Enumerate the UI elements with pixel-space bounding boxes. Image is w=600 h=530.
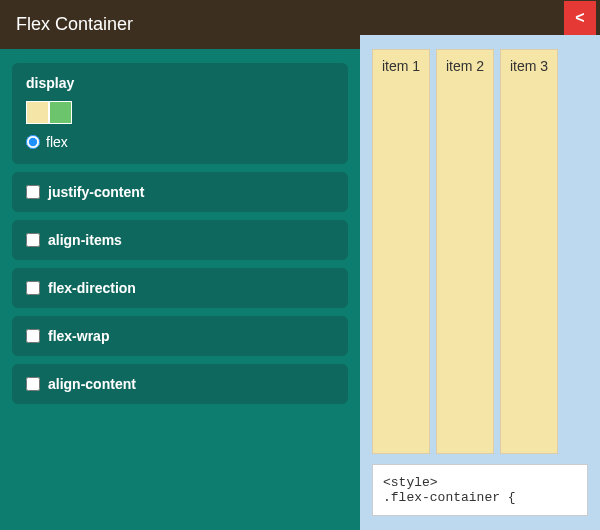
code-line: .flex-container { [383,490,516,505]
right-toolbar: < [360,0,600,35]
row-flex-wrap[interactable]: flex-wrap [26,328,334,344]
radio-flex[interactable]: flex [26,134,334,150]
group-display: display flex [12,63,348,164]
label-align-items: align-items [48,232,122,248]
back-button[interactable]: < [564,1,596,35]
checkbox-align-content[interactable] [26,377,40,391]
group-flex-wrap[interactable]: flex-wrap [12,316,348,356]
controls-list: display flex justify-content [0,49,360,418]
preview-area: item 1 item 2 item 3 <style> .flex-conta… [360,35,600,530]
checkbox-align-items[interactable] [26,233,40,247]
code-line: <style> [383,475,438,490]
checkbox-justify-content[interactable] [26,185,40,199]
swatch-item-bg[interactable] [26,101,49,124]
swatch-container-bg[interactable] [49,101,72,124]
app-root: Flex Container display flex justify-cont… [0,0,600,530]
checkbox-flex-wrap[interactable] [26,329,40,343]
group-display-title: display [26,75,334,91]
row-justify-content[interactable]: justify-content [26,184,334,200]
group-align-content[interactable]: align-content [12,364,348,404]
label-justify-content: justify-content [48,184,144,200]
flex-item: item 3 [500,49,558,454]
row-align-content[interactable]: align-content [26,376,334,392]
radio-flex-label: flex [46,134,68,150]
row-align-items[interactable]: align-items [26,232,334,248]
label-flex-direction: flex-direction [48,280,136,296]
page-title: Flex Container [0,0,360,49]
right-panel: < item 1 item 2 item 3 <style> .flex-con… [360,0,600,530]
row-flex-direction[interactable]: flex-direction [26,280,334,296]
radio-flex-input[interactable] [26,135,40,149]
group-justify-content[interactable]: justify-content [12,172,348,212]
group-flex-direction[interactable]: flex-direction [12,268,348,308]
flex-item: item 2 [436,49,494,454]
label-align-content: align-content [48,376,136,392]
label-flex-wrap: flex-wrap [48,328,109,344]
checkbox-flex-direction[interactable] [26,281,40,295]
group-align-items[interactable]: align-items [12,220,348,260]
flex-container: item 1 item 2 item 3 [372,49,588,454]
flex-item: item 1 [372,49,430,454]
code-output: <style> .flex-container { [372,464,588,516]
left-panel: Flex Container display flex justify-cont… [0,0,360,530]
color-swatches [26,101,334,124]
